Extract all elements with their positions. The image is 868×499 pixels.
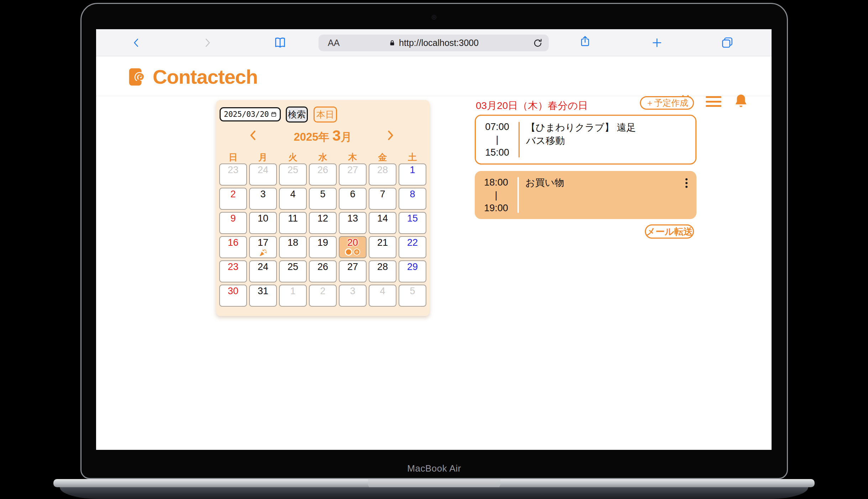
back-button[interactable] — [130, 37, 142, 48]
address-bar[interactable]: AA http://localhost:3000 — [319, 35, 549, 51]
calendar-day-cell[interactable]: 25 — [279, 260, 307, 282]
day-number: 6 — [350, 189, 355, 200]
browser-toolbar: AA http://localhost:3000 — [96, 29, 772, 56]
logo-book-icon — [126, 66, 148, 88]
day-number: 23 — [228, 261, 238, 272]
event-end-time: 15:00 — [485, 146, 509, 159]
event-title: 【ひまわりクラブ】 遠足 — [526, 121, 674, 134]
calendar-day-cell[interactable]: 1 — [279, 285, 307, 307]
forward-button[interactable] — [202, 37, 214, 48]
day-number: 3 — [350, 286, 355, 297]
calendar-day-cell[interactable]: 5 — [399, 285, 426, 307]
calendar-day-cell[interactable]: 31 — [249, 285, 277, 307]
calendar-day-cell[interactable]: 19 — [309, 236, 337, 258]
calendar-day-cell[interactable]: 25 — [279, 163, 307, 186]
share-button[interactable] — [579, 35, 591, 48]
new-tab-button[interactable] — [651, 37, 663, 48]
search-button[interactable]: 検索 — [286, 106, 308, 123]
calendar-day-cell[interactable]: 11 — [279, 212, 307, 234]
calendar-day-cell[interactable]: 4 — [369, 285, 396, 307]
calendar-day-cell[interactable]: 3 — [339, 285, 367, 307]
day-number: 13 — [347, 213, 358, 224]
browser-window: AA http://localhost:3000 — [96, 29, 772, 450]
calendar-day-cell[interactable]: 3 — [249, 188, 277, 210]
day-number: 2 — [230, 189, 236, 200]
day-number: 2 — [320, 286, 325, 297]
event-card[interactable]: 18:00 | 19:00 お買い物 — [475, 171, 696, 219]
calendar-day-cell[interactable]: 29 — [399, 260, 426, 282]
calendar-day-cell[interactable]: 13 — [339, 212, 367, 234]
calendar-day-cell[interactable]: 21 — [369, 236, 396, 258]
day-number: 21 — [377, 237, 388, 248]
day-number: 24 — [258, 261, 268, 272]
date-search-input[interactable]: 2025/03/20 — [220, 107, 281, 121]
calendar-day-cell[interactable]: 24 — [249, 260, 277, 282]
notifications-button[interactable] — [733, 93, 749, 109]
calendar-day-cell[interactable]: 20 — [339, 236, 367, 258]
calendar-day-cell[interactable]: 30 — [219, 285, 247, 307]
calendar-day-cell[interactable]: 24 — [249, 163, 277, 186]
mail-forward-button[interactable]: メール転送 — [645, 224, 694, 239]
event-indicator-dots — [346, 249, 359, 255]
calendar-day-cell[interactable]: 28 — [369, 163, 396, 186]
page-background: MacBook Air AA http://localhost:3000 — [0, 0, 868, 499]
day-number: 25 — [288, 261, 298, 272]
day-number: 10 — [258, 213, 268, 224]
url-display: http://localhost:3000 — [389, 38, 479, 48]
calendar-day-cell[interactable]: 2 — [219, 188, 247, 210]
day-number: 3 — [260, 189, 265, 200]
calendar-day-cell[interactable]: 9 — [219, 212, 247, 234]
month-title-unit: 月 — [341, 131, 352, 143]
back-chevron-icon — [131, 38, 141, 47]
device-label: MacBook Air — [80, 463, 788, 474]
calendar-day-cell[interactable]: 12 — [309, 212, 337, 234]
date-picker-icon[interactable] — [271, 110, 277, 118]
calendar-day-cell[interactable]: 8 — [399, 188, 426, 210]
chevron-right-icon — [388, 130, 394, 141]
calendar-day-cell[interactable]: 18 — [279, 236, 307, 258]
kebab-menu-icon[interactable] — [684, 178, 689, 188]
calendar-day-cell[interactable]: 5 — [309, 188, 337, 210]
app-logo[interactable]: Contactech — [126, 65, 258, 88]
calendar-day-cell[interactable]: 6 — [339, 188, 367, 210]
calendar-day-cell[interactable]: 1 — [399, 163, 426, 186]
bookmarks-button[interactable] — [273, 36, 287, 50]
day-number: 4 — [380, 286, 385, 297]
day-number: 9 — [230, 213, 236, 224]
calendar-day-cell[interactable]: 28 — [369, 260, 396, 282]
calendar-day-cell[interactable]: 22 — [399, 236, 426, 258]
calendar-day-cell[interactable]: 14 — [369, 212, 396, 234]
calendar-day-cell[interactable]: 27 — [339, 260, 367, 282]
calendar-day-cell[interactable]: 7 — [369, 188, 396, 210]
calendar-day-cell[interactable]: 10 — [249, 212, 277, 234]
month-title-number: 3 — [332, 127, 341, 144]
event-card[interactable]: 07:00 | 15:00 【ひまわりクラブ】 遠足 バス移動 — [475, 115, 696, 165]
calendar-day-cell[interactable]: 23 — [219, 260, 247, 282]
calendar-day-cell[interactable]: 23 — [219, 163, 247, 186]
tab-overview-button[interactable] — [721, 36, 733, 49]
calendar-panel: 2025/03/20 検索 本日 2025年 3月 日月火水木金土 232425… — [216, 100, 430, 316]
calendar-day-cell[interactable]: 15 — [399, 212, 426, 234]
weekday-label: 水 — [309, 151, 337, 163]
party-popper-icon — [259, 249, 267, 257]
weekday-header-row: 日月火水木金土 — [219, 151, 426, 163]
calendar-day-cell[interactable]: 17 — [249, 236, 277, 258]
create-event-button[interactable]: ＋予定作成 — [640, 96, 694, 110]
day-number: 1 — [410, 165, 415, 176]
calendar-day-cell[interactable]: 26 — [309, 163, 337, 186]
reader-mode-button[interactable]: AA — [328, 38, 340, 48]
today-button[interactable]: 本日 — [314, 106, 337, 123]
calendar-day-cell[interactable]: 4 — [279, 188, 307, 210]
date-search-value: 2025/03/20 — [224, 110, 269, 119]
reload-button[interactable] — [532, 38, 543, 48]
calendar-day-cell[interactable]: 27 — [339, 163, 367, 186]
day-number: 25 — [288, 165, 298, 176]
forward-chevron-icon — [203, 38, 212, 47]
hamburger-menu-button[interactable] — [706, 96, 721, 107]
calendar-day-cell[interactable]: 2 — [309, 285, 337, 307]
calendar-day-cell[interactable]: 26 — [309, 260, 337, 282]
next-month-button[interactable] — [388, 130, 394, 141]
plus-icon — [651, 37, 663, 48]
calendar-day-cell[interactable]: 16 — [219, 236, 247, 258]
day-number: 11 — [288, 213, 298, 224]
